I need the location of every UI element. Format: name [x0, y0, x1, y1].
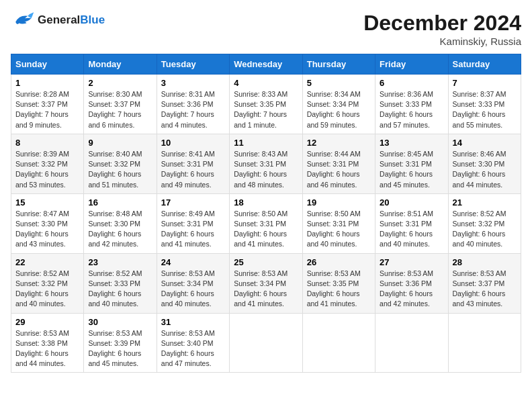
day-number: 16	[88, 197, 152, 208]
day-number: 18	[234, 197, 298, 208]
day-detail: Sunrise: 8:49 AMSunset: 3:31 PMDaylight:…	[161, 209, 225, 250]
day-detail: Sunrise: 8:52 AMSunset: 3:33 PMDaylight:…	[88, 269, 152, 310]
day-number: 27	[380, 257, 443, 267]
day-number: 1	[15, 78, 79, 88]
day-detail: Sunrise: 8:53 AMSunset: 3:39 PMDaylight:…	[88, 328, 152, 369]
weekday-header-wednesday: Wednesday	[230, 54, 302, 75]
day-detail: Sunrise: 8:51 AMSunset: 3:31 PMDaylight:…	[380, 209, 443, 250]
day-number: 25	[234, 257, 298, 267]
logo-text: GeneralBlue	[38, 13, 105, 27]
day-detail: Sunrise: 8:45 AMSunset: 3:31 PMDaylight:…	[380, 149, 443, 190]
day-number: 2	[88, 78, 152, 88]
week-row-1: 1Sunrise: 8:28 AMSunset: 3:37 PMDaylight…	[11, 75, 521, 134]
day-cell-6: 6Sunrise: 8:36 AMSunset: 3:33 PMDaylight…	[375, 75, 448, 134]
day-cell-25: 25Sunrise: 8:53 AMSunset: 3:34 PMDayligh…	[230, 253, 302, 313]
weekday-header-tuesday: Tuesday	[157, 54, 229, 75]
day-detail: Sunrise: 8:37 AMSunset: 3:33 PMDaylight:…	[453, 89, 517, 130]
day-detail: Sunrise: 8:52 AMSunset: 3:32 PMDaylight:…	[453, 209, 517, 250]
day-cell-5: 5Sunrise: 8:34 AMSunset: 3:34 PMDaylight…	[302, 75, 375, 134]
day-detail: Sunrise: 8:36 AMSunset: 3:33 PMDaylight:…	[380, 89, 443, 130]
day-cell-4: 4Sunrise: 8:33 AMSunset: 3:35 PMDaylight…	[230, 75, 302, 134]
day-number: 29	[15, 317, 79, 327]
day-cell-18: 18Sunrise: 8:50 AMSunset: 3:31 PMDayligh…	[230, 193, 302, 253]
day-cell-30: 30Sunrise: 8:53 AMSunset: 3:39 PMDayligh…	[84, 313, 157, 373]
day-number: 20	[380, 197, 443, 208]
day-detail: Sunrise: 8:53 AMSunset: 3:34 PMDaylight:…	[234, 269, 298, 310]
day-number: 15	[15, 197, 79, 208]
day-number: 22	[15, 257, 79, 267]
logo: GeneralBlue	[11, 11, 105, 30]
day-cell-12: 12Sunrise: 8:44 AMSunset: 3:31 PMDayligh…	[302, 134, 375, 193]
day-number: 11	[234, 138, 298, 148]
day-cell-24: 24Sunrise: 8:53 AMSunset: 3:34 PMDayligh…	[157, 253, 229, 313]
week-row-5: 29Sunrise: 8:53 AMSunset: 3:38 PMDayligh…	[11, 313, 521, 373]
day-detail: Sunrise: 8:34 AMSunset: 3:34 PMDaylight:…	[307, 89, 371, 130]
weekday-header-thursday: Thursday	[302, 54, 375, 75]
title-area: December 2024 Kaminskiy, Russia	[363, 11, 521, 47]
day-cell-9: 9Sunrise: 8:40 AMSunset: 3:32 PMDaylight…	[84, 134, 157, 193]
day-number: 17	[161, 197, 225, 208]
day-cell-2: 2Sunrise: 8:30 AMSunset: 3:37 PMDaylight…	[84, 75, 157, 134]
day-detail: Sunrise: 8:50 AMSunset: 3:31 PMDaylight:…	[307, 209, 371, 250]
day-detail: Sunrise: 8:44 AMSunset: 3:31 PMDaylight:…	[307, 149, 371, 190]
day-number: 24	[161, 257, 225, 267]
day-cell-28: 28Sunrise: 8:53 AMSunset: 3:37 PMDayligh…	[448, 253, 521, 313]
day-number: 30	[88, 317, 152, 327]
day-detail: Sunrise: 8:30 AMSunset: 3:37 PMDaylight:…	[88, 89, 152, 130]
day-number: 28	[453, 257, 517, 267]
empty-cell	[375, 313, 448, 373]
day-cell-1: 1Sunrise: 8:28 AMSunset: 3:37 PMDaylight…	[11, 75, 84, 134]
day-detail: Sunrise: 8:48 AMSunset: 3:30 PMDaylight:…	[88, 209, 152, 250]
day-cell-31: 31Sunrise: 8:53 AMSunset: 3:40 PMDayligh…	[157, 313, 229, 373]
weekday-header-monday: Monday	[84, 54, 157, 75]
day-cell-16: 16Sunrise: 8:48 AMSunset: 3:30 PMDayligh…	[84, 193, 157, 253]
day-detail: Sunrise: 8:39 AMSunset: 3:32 PMDaylight:…	[15, 149, 79, 190]
week-row-4: 22Sunrise: 8:52 AMSunset: 3:32 PMDayligh…	[11, 253, 521, 313]
weekday-header-friday: Friday	[375, 54, 448, 75]
weekday-header-sunday: Sunday	[11, 54, 84, 75]
day-number: 6	[380, 78, 443, 88]
day-cell-19: 19Sunrise: 8:50 AMSunset: 3:31 PMDayligh…	[302, 193, 375, 253]
day-detail: Sunrise: 8:52 AMSunset: 3:32 PMDaylight:…	[15, 269, 79, 310]
day-number: 10	[161, 138, 225, 148]
day-number: 26	[307, 257, 371, 267]
header: GeneralBlue December 2024 Kaminskiy, Rus…	[11, 11, 521, 47]
day-detail: Sunrise: 8:53 AMSunset: 3:36 PMDaylight:…	[380, 269, 443, 310]
day-number: 4	[234, 78, 298, 88]
day-number: 14	[453, 138, 517, 148]
calendar-table: SundayMondayTuesdayWednesdayThursdayFrid…	[11, 54, 521, 373]
day-detail: Sunrise: 8:53 AMSunset: 3:38 PMDaylight:…	[15, 328, 79, 369]
day-detail: Sunrise: 8:50 AMSunset: 3:31 PMDaylight:…	[234, 209, 298, 250]
day-detail: Sunrise: 8:53 AMSunset: 3:35 PMDaylight:…	[307, 269, 371, 310]
day-cell-11: 11Sunrise: 8:43 AMSunset: 3:31 PMDayligh…	[230, 134, 302, 193]
day-cell-3: 3Sunrise: 8:31 AMSunset: 3:36 PMDaylight…	[157, 75, 229, 134]
day-number: 7	[453, 78, 517, 88]
day-cell-7: 7Sunrise: 8:37 AMSunset: 3:33 PMDaylight…	[448, 75, 521, 134]
week-row-2: 8Sunrise: 8:39 AMSunset: 3:32 PMDaylight…	[11, 134, 521, 193]
day-cell-26: 26Sunrise: 8:53 AMSunset: 3:35 PMDayligh…	[302, 253, 375, 313]
weekday-header-row: SundayMondayTuesdayWednesdayThursdayFrid…	[11, 54, 521, 75]
day-number: 5	[307, 78, 371, 88]
location: Kaminskiy, Russia	[363, 36, 521, 47]
day-detail: Sunrise: 8:28 AMSunset: 3:37 PMDaylight:…	[15, 89, 79, 130]
day-cell-20: 20Sunrise: 8:51 AMSunset: 3:31 PMDayligh…	[375, 193, 448, 253]
day-detail: Sunrise: 8:31 AMSunset: 3:36 PMDaylight:…	[161, 89, 225, 130]
day-number: 23	[88, 257, 152, 267]
day-cell-15: 15Sunrise: 8:47 AMSunset: 3:30 PMDayligh…	[11, 193, 84, 253]
day-cell-29: 29Sunrise: 8:53 AMSunset: 3:38 PMDayligh…	[11, 313, 84, 373]
day-detail: Sunrise: 8:53 AMSunset: 3:37 PMDaylight:…	[453, 269, 517, 310]
day-detail: Sunrise: 8:47 AMSunset: 3:30 PMDaylight:…	[15, 209, 79, 250]
day-number: 13	[380, 138, 443, 148]
logo-bird-icon	[11, 11, 35, 30]
day-detail: Sunrise: 8:40 AMSunset: 3:32 PMDaylight:…	[88, 149, 152, 190]
empty-cell	[230, 313, 302, 373]
day-number: 9	[88, 138, 152, 148]
day-number: 19	[307, 197, 371, 208]
month-title: December 2024	[363, 11, 521, 36]
day-number: 8	[15, 138, 79, 148]
day-detail: Sunrise: 8:53 AMSunset: 3:34 PMDaylight:…	[161, 269, 225, 310]
empty-cell	[448, 313, 521, 373]
day-detail: Sunrise: 8:33 AMSunset: 3:35 PMDaylight:…	[234, 89, 298, 130]
week-row-3: 15Sunrise: 8:47 AMSunset: 3:30 PMDayligh…	[11, 193, 521, 253]
day-detail: Sunrise: 8:53 AMSunset: 3:40 PMDaylight:…	[161, 328, 225, 369]
